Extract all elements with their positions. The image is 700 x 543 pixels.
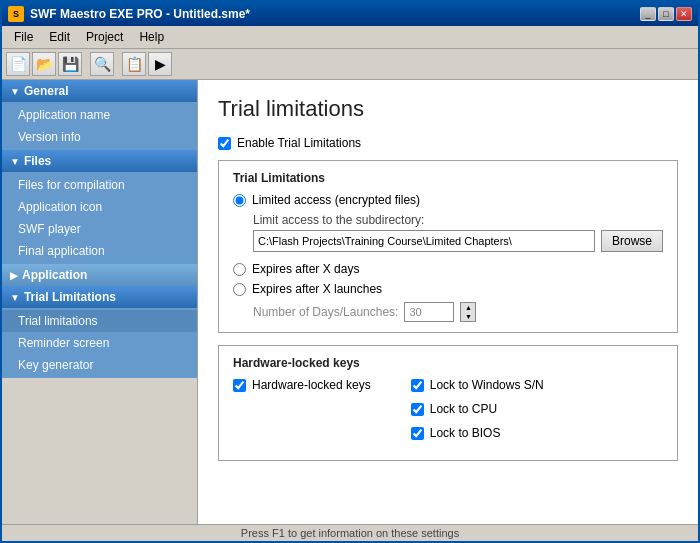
- hw-cpu-row: Lock to CPU: [411, 402, 544, 416]
- window-title: SWF Maestro EXE PRO - Untitled.sme*: [30, 7, 250, 21]
- hw-bios-row: Lock to BIOS: [411, 426, 544, 440]
- hw-section-label: Hardware-locked keys: [233, 356, 663, 370]
- application-section-label: Application: [22, 268, 87, 282]
- sidebar-section-application[interactable]: ▶ Application: [2, 264, 197, 286]
- search-button[interactable]: 🔍: [90, 52, 114, 76]
- trial-section-box-label: Trial Limitations: [233, 171, 663, 185]
- content-area: Trial limitations Enable Trial Limitatio…: [198, 80, 698, 524]
- files-section-label: Files: [24, 154, 51, 168]
- maximize-button[interactable]: □: [658, 7, 674, 21]
- browse-button[interactable]: Browse: [601, 230, 663, 252]
- main-area: ▼ General Application name Version info …: [2, 80, 698, 524]
- main-window: S SWF Maestro EXE PRO - Untitled.sme* _ …: [0, 0, 700, 543]
- sidebar-item-key-generator[interactable]: Key generator: [2, 354, 197, 376]
- title-buttons: _ □ ✕: [640, 7, 692, 21]
- spinner-up[interactable]: ▲: [461, 303, 475, 312]
- hw-cpu-label: Lock to CPU: [430, 402, 497, 416]
- hw-bios-label: Lock to BIOS: [430, 426, 501, 440]
- sidebar-item-swf-player[interactable]: SWF player: [2, 218, 197, 240]
- files-items: Files for compilation Application icon S…: [2, 172, 197, 264]
- trial-items: Trial limitations Reminder screen Key ge…: [2, 308, 197, 378]
- status-text: Press F1 to get information on these set…: [241, 527, 459, 539]
- hw-right: Lock to Windows S/N Lock to CPU Lock to …: [411, 378, 544, 450]
- close-button[interactable]: ✕: [676, 7, 692, 21]
- hw-windows-row: Lock to Windows S/N: [411, 378, 544, 392]
- hw-windows-label: Lock to Windows S/N: [430, 378, 544, 392]
- hw-windows-checkbox[interactable]: [411, 379, 424, 392]
- radio-limited[interactable]: [233, 194, 246, 207]
- export-button[interactable]: 📋: [122, 52, 146, 76]
- save-button[interactable]: 💾: [58, 52, 82, 76]
- hw-inner: Hardware-locked keys Lock to Windows S/N…: [233, 378, 663, 450]
- open-button[interactable]: 📂: [32, 52, 56, 76]
- sidebar-item-trial-limitations[interactable]: Trial limitations: [2, 310, 197, 332]
- enable-trial-checkbox[interactable]: [218, 137, 231, 150]
- sidebar-item-final-application[interactable]: Final application: [2, 240, 197, 262]
- play-button[interactable]: ▶: [148, 52, 172, 76]
- menu-bar: File Edit Project Help: [2, 26, 698, 49]
- sidebar: ▼ General Application name Version info …: [2, 80, 198, 524]
- general-section-label: General: [24, 84, 69, 98]
- title-bar: S SWF Maestro EXE PRO - Untitled.sme* _ …: [2, 2, 698, 26]
- menu-project[interactable]: Project: [78, 28, 131, 46]
- days-label: Number of Days/Launches:: [253, 305, 398, 319]
- path-label: Limit access to the subdirectory:: [253, 213, 663, 227]
- trial-section-label: Trial Limitations: [24, 290, 116, 304]
- radio-limited-label: Limited access (encrypted files): [252, 193, 420, 207]
- enable-trial-row: Enable Trial Limitations: [218, 136, 678, 150]
- sidebar-section-general[interactable]: ▼ General: [2, 80, 197, 102]
- days-input[interactable]: [404, 302, 454, 322]
- files-arrow-icon: ▼: [10, 156, 20, 167]
- hw-checkbox-row: Hardware-locked keys: [233, 378, 371, 392]
- path-input[interactable]: [253, 230, 595, 252]
- hw-section: Hardware-locked keys Hardware-locked key…: [218, 345, 678, 461]
- hw-bios-checkbox[interactable]: [411, 427, 424, 440]
- trial-limitations-box: Trial Limitations Limited access (encryp…: [218, 160, 678, 333]
- general-arrow-icon: ▼: [10, 86, 20, 97]
- menu-file[interactable]: File: [6, 28, 41, 46]
- page-title: Trial limitations: [218, 96, 678, 122]
- trial-arrow-icon: ▼: [10, 292, 20, 303]
- hw-cpu-checkbox[interactable]: [411, 403, 424, 416]
- hw-locked-checkbox[interactable]: [233, 379, 246, 392]
- sidebar-item-version-info[interactable]: Version info: [2, 126, 197, 148]
- menu-edit[interactable]: Edit: [41, 28, 78, 46]
- radio-expires-days-label: Expires after X days: [252, 262, 359, 276]
- general-items: Application name Version info: [2, 102, 197, 150]
- title-bar-left: S SWF Maestro EXE PRO - Untitled.sme*: [8, 6, 250, 22]
- radio-expires-launches-label: Expires after X launches: [252, 282, 382, 296]
- radio-limited-row: Limited access (encrypted files): [233, 193, 663, 207]
- radio-expires-launches-row: Expires after X launches: [233, 282, 663, 296]
- path-row: Browse: [253, 230, 663, 252]
- sidebar-item-files-compilation[interactable]: Files for compilation: [2, 174, 197, 196]
- status-bar: Press F1 to get information on these set…: [2, 524, 698, 541]
- sidebar-item-reminder-screen[interactable]: Reminder screen: [2, 332, 197, 354]
- radio-expires-launches[interactable]: [233, 283, 246, 296]
- radio-expires-days-row: Expires after X days: [233, 262, 663, 276]
- spinner-arrows: ▲ ▼: [460, 302, 476, 322]
- days-row: Number of Days/Launches: ▲ ▼: [253, 302, 663, 322]
- sidebar-section-trial[interactable]: ▼ Trial Limitations: [2, 286, 197, 308]
- application-arrow-icon: ▶: [10, 270, 18, 281]
- sidebar-item-application-icon[interactable]: Application icon: [2, 196, 197, 218]
- sidebar-item-application-name[interactable]: Application name: [2, 104, 197, 126]
- app-icon: S: [8, 6, 24, 22]
- sidebar-section-files[interactable]: ▼ Files: [2, 150, 197, 172]
- hw-left: Hardware-locked keys: [233, 378, 371, 402]
- toolbar: 📄 📂 💾 🔍 📋 ▶: [2, 49, 698, 80]
- enable-trial-label: Enable Trial Limitations: [237, 136, 361, 150]
- minimize-button[interactable]: _: [640, 7, 656, 21]
- new-button[interactable]: 📄: [6, 52, 30, 76]
- radio-expires-days[interactable]: [233, 263, 246, 276]
- hw-locked-label: Hardware-locked keys: [252, 378, 371, 392]
- menu-help[interactable]: Help: [131, 28, 172, 46]
- spinner-down[interactable]: ▼: [461, 312, 475, 321]
